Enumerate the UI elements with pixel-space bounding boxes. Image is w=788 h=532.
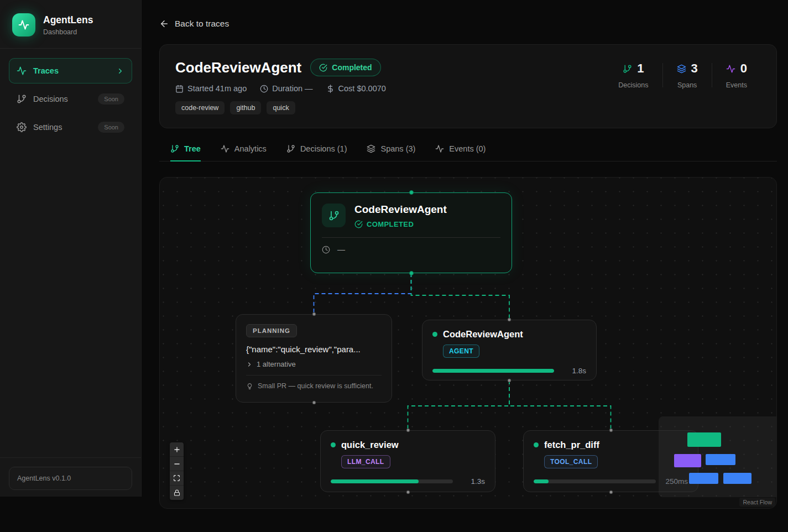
trace-stats: 1 Decisions 3 Spans xyxy=(604,61,761,114)
tab-label: Spans (3) xyxy=(380,144,415,153)
react-flow-attribution[interactable]: React Flow xyxy=(739,498,775,507)
stat-spans: 3 Spans xyxy=(663,61,712,89)
tag-chip: quick xyxy=(267,101,295,114)
sidebar-item-decisions[interactable]: Decisions Soon xyxy=(9,86,132,112)
node-handle xyxy=(409,190,414,195)
trace-header-card: CodeReviewAgent Completed Started 41m ag… xyxy=(159,44,777,128)
span-type-badge: AGENT xyxy=(443,345,479,358)
activity-icon xyxy=(435,144,444,153)
trace-meta-row: Started 41m ago Duration — Cost $0.0070 xyxy=(175,84,386,93)
clock-icon xyxy=(322,246,330,254)
tag-chip: code-review xyxy=(175,101,225,114)
span-title: CodeReviewAgent xyxy=(443,329,523,340)
stat-decisions: 1 Decisions xyxy=(604,61,662,89)
zoom-in-button[interactable] xyxy=(170,442,184,457)
tab-label: Analytics xyxy=(234,144,267,153)
tab-decisions[interactable]: Decisions (1) xyxy=(286,144,347,161)
lock-button[interactable] xyxy=(170,486,184,500)
stat-value: 3 xyxy=(691,61,698,76)
git-branch-icon xyxy=(17,94,27,104)
tab-events[interactable]: Events (0) xyxy=(435,144,486,161)
activity-icon xyxy=(17,66,27,76)
sidebar-footer: AgentLens v0.1.0 xyxy=(0,457,141,497)
stat-value: 1 xyxy=(637,61,644,76)
started-meta: Started 41m ago xyxy=(175,84,247,93)
node-handle xyxy=(609,491,613,494)
clock-icon xyxy=(260,85,268,93)
check-circle-icon xyxy=(319,64,327,72)
sidebar-item-settings[interactable]: Settings Soon xyxy=(9,114,132,140)
arrow-left-icon xyxy=(159,19,169,29)
tab-spans[interactable]: Spans (3) xyxy=(367,144,415,161)
flow-node-quick-review[interactable]: quick_review LLM_CALL 1.3s xyxy=(320,430,495,492)
git-branch-icon xyxy=(322,204,346,227)
node-handle xyxy=(406,429,410,432)
status-dot xyxy=(534,442,539,447)
node-handle xyxy=(312,401,316,405)
status-label: Completed xyxy=(332,63,372,72)
layers-icon xyxy=(367,144,375,153)
git-branch-icon xyxy=(623,64,632,74)
page-title: CodeReviewAgent xyxy=(175,59,301,76)
sidebar: AgentLens Dashboard Traces Decisions Soo… xyxy=(0,0,142,497)
node-handle xyxy=(312,312,316,316)
activity-icon xyxy=(18,19,29,30)
tag-chip: github xyxy=(230,101,261,114)
tags-row: code-review github quick xyxy=(175,101,386,114)
back-to-traces-link[interactable]: Back to traces xyxy=(159,19,229,29)
flow-node-root[interactable]: CodeReviewAgent COMPLETED — xyxy=(310,192,512,273)
node-handle xyxy=(409,271,414,275)
flow-minimap[interactable] xyxy=(659,416,776,497)
activity-icon xyxy=(726,64,735,74)
stat-label: Decisions xyxy=(618,81,648,89)
tab-label: Tree xyxy=(184,144,201,153)
stat-value: 0 xyxy=(740,61,747,76)
span-duration: 1.8s xyxy=(561,367,586,375)
app-logo xyxy=(12,13,35,36)
git-branch-icon xyxy=(170,144,179,153)
brand: AgentLens Dashboard xyxy=(0,0,141,48)
status-badge: Completed xyxy=(310,59,380,76)
tab-label: Events (0) xyxy=(449,144,486,153)
dollar-icon xyxy=(326,85,335,93)
duration-label: Duration — xyxy=(272,84,312,93)
tab-analytics[interactable]: Analytics xyxy=(221,144,267,161)
cost-meta: Cost $0.0070 xyxy=(326,84,386,93)
stat-events: 0 Events xyxy=(712,61,761,89)
span-type-badge: TOOL_CALL xyxy=(544,455,598,468)
flow-canvas[interactable]: CodeReviewAgent COMPLETED — P xyxy=(159,177,777,509)
main-content: Back to traces CodeReviewAgent Completed xyxy=(159,0,777,509)
node-handle xyxy=(508,318,512,322)
alternatives-expander[interactable]: 1 alternative xyxy=(246,360,382,368)
sidebar-item-label: Decisions xyxy=(33,95,68,103)
flow-node-decision[interactable]: PLANNING {"name":"quick_review","para...… xyxy=(236,314,392,403)
progress-track xyxy=(331,479,453,483)
node-handle xyxy=(609,429,613,432)
app-title: AgentLens xyxy=(43,14,93,26)
lightbulb-icon xyxy=(246,383,253,390)
node-handle xyxy=(406,491,410,494)
trace-header-left: CodeReviewAgent Completed Started 41m ag… xyxy=(175,59,386,114)
duration-meta: Duration — xyxy=(260,84,312,93)
back-link-label: Back to traces xyxy=(175,19,229,29)
gear-icon xyxy=(17,122,27,132)
decision-value: {"name":"quick_review","para... xyxy=(246,345,382,354)
chevron-right-icon xyxy=(246,361,253,368)
stat-label: Events xyxy=(726,81,747,89)
span-title: quick_review xyxy=(341,440,399,450)
flow-node-agent-span[interactable]: CodeReviewAgent AGENT 1.8s xyxy=(422,320,597,380)
sidebar-item-traces[interactable]: Traces xyxy=(9,58,132,84)
minimap-node-agent xyxy=(706,454,735,465)
root-node-duration: — xyxy=(337,245,345,254)
minimap-node-root xyxy=(687,432,721,447)
stat-label: Spans xyxy=(677,81,697,89)
activity-icon xyxy=(221,144,229,153)
alternatives-label: 1 alternative xyxy=(257,360,296,368)
minimap-node-quick xyxy=(689,473,718,484)
fit-view-button[interactable] xyxy=(170,471,184,486)
span-duration: 1.3s xyxy=(460,477,485,486)
span-title: fetch_pr_diff xyxy=(544,440,599,450)
zoom-out-button[interactable] xyxy=(170,457,184,471)
tab-tree[interactable]: Tree xyxy=(170,144,201,161)
progress-track xyxy=(432,369,554,373)
